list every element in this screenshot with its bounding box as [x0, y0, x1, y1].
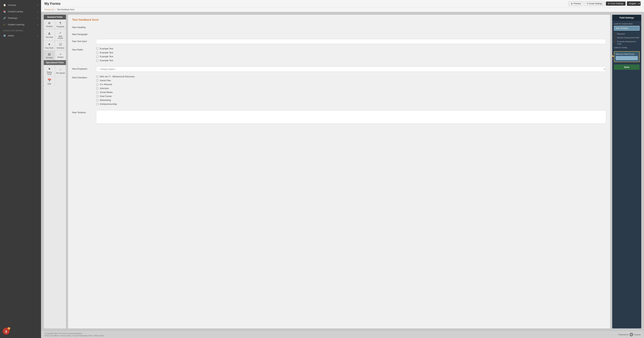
powered-by-text: Powered by: [618, 334, 628, 336]
sidebar-item-content-library[interactable]: 📚 Content Library ›: [0, 8, 41, 15]
content-library-icon: 📚: [3, 10, 6, 13]
tooltip-label: Label for Tooltip: [614, 46, 640, 48]
textarea-label: New Textarea: [72, 110, 93, 114]
field-file-upload[interactable]: ↑ File Upload: [55, 65, 66, 76]
textarea-field[interactable]: [96, 110, 606, 124]
email-settings-button[interactable]: ✉ Email Settings: [584, 1, 605, 6]
radio-option-4: Example Text: [96, 59, 606, 62]
drop-down-icon: ▼: [48, 43, 51, 46]
sidebar-item-guided-learning[interactable]: 🎓 Guided Learning ›: [0, 21, 41, 28]
field-text-input[interactable]: A Text Input: [44, 29, 55, 41]
form-title: Test feedback form: [72, 18, 606, 22]
paragraph-icon: ¶: [60, 21, 61, 25]
rating-scale-icon: ★: [48, 67, 51, 70]
admin-icon: ⚙️: [3, 34, 6, 37]
breadcrumb-current: Test feedback form: [57, 8, 74, 11]
heading-icon: H: [48, 22, 50, 25]
text-input-icon: A: [48, 32, 50, 36]
label-for-textarea: Label for textarea field: [614, 23, 640, 25]
radio-circle: [96, 56, 98, 58]
radio-circle: [96, 48, 98, 50]
censeo-icon: C: [629, 332, 634, 337]
footer-text: © Copyright 2023 The Censeo Learning Aca…: [44, 332, 104, 337]
chevron-right-icon: ›: [37, 34, 38, 37]
dropdown-content[interactable]: -- Please Select --: [96, 66, 606, 72]
preview-icon: 🖥: [571, 2, 573, 5]
checkbox-label: New Checkbox: [72, 75, 93, 79]
field-drop-down[interactable]: ▼ Drop Down: [44, 41, 55, 50]
required-row: Required: [614, 33, 640, 35]
footer: © Copyright 2023 The Censeo Learning Aca…: [41, 331, 644, 338]
checkbox-option-8: Entrepreneurship: [96, 103, 606, 105]
chevron-right-icon: ›: [37, 4, 38, 6]
sidebar-item-courses[interactable]: 📋 Courses ›: [0, 2, 41, 8]
checkbox-circle: [96, 103, 98, 105]
form-row-textarea: New Textarea: [72, 110, 606, 124]
text-input-content[interactable]: [96, 39, 606, 44]
form-settings-button[interactable]: ⚙ Form Settings: [606, 2, 626, 6]
sidebar-item-admin[interactable]: ⚙️ Admin ›: [0, 32, 41, 39]
multi-choice-icon: ✓: [59, 31, 62, 35]
text-input-label: New Text Input: [72, 39, 93, 42]
checkbox-option-2: Game Plan: [96, 79, 606, 82]
textarea-label-input[interactable]: [614, 26, 640, 30]
settings-panel: Field Settings Label for textarea field …: [612, 15, 641, 328]
radio-circle: [96, 59, 98, 62]
session-assessment-row: Session Assessment Field: [614, 36, 640, 39]
svg-text:C: C: [631, 334, 632, 336]
preview-button[interactable]: 🖥 Preview: [568, 1, 583, 6]
field-checkbox[interactable]: ☑ Checkbox: [55, 41, 66, 50]
field-paragraph[interactable]: ¶ Paragraph: [55, 20, 66, 29]
textarea-content[interactable]: [96, 110, 606, 124]
chevron-right-icon: ›: [37, 23, 38, 26]
heading-label: New Heading: [72, 25, 93, 28]
radio-content: Example Text Example Text Example Text: [96, 47, 606, 63]
form-row-paragraph: New Paragraph: [72, 32, 606, 36]
page-title: My Forms: [44, 2, 60, 6]
checkbox-circle: [96, 76, 98, 78]
checkbox-circle: [96, 87, 98, 90]
checkbox-option-5: Social Media: [96, 91, 606, 94]
max-word-count-section: Maximum Word Count: [614, 51, 640, 62]
field-heading[interactable]: H Heading: [44, 20, 55, 29]
g-logo[interactable]: g 18: [3, 328, 10, 334]
checkbox-circle: [96, 91, 98, 94]
form-row-radio: New Radio Example Text Example Text E: [72, 47, 606, 63]
presenter-assessment-label: Presenter Assessment Field: [617, 40, 640, 45]
max-word-count-input[interactable]: [616, 56, 638, 60]
presenter-assessment-checkbox[interactable]: [614, 40, 616, 43]
session-assessment-checkbox[interactable]: [614, 36, 616, 39]
number-icon: #: [60, 53, 61, 56]
standard-fields-grid: H Heading ¶ Paragraph A Text Input ✓ Mul…: [44, 20, 66, 60]
language-select[interactable]: English: [627, 1, 640, 6]
sidebar: 📋 Courses › 📚 Content Library › 🔗 Pathwa…: [0, 0, 41, 338]
checkbox-circle: [96, 99, 98, 102]
top-bar-actions: 🖥 Preview ✉ Email Settings ⚙ Form Settin…: [568, 1, 640, 6]
field-multi-choice[interactable]: ✓ Multi Choice: [55, 29, 66, 41]
checkbox-circle: [96, 95, 98, 98]
fields-panel: Standard Fields H Heading ¶ Paragraph A …: [44, 15, 66, 328]
checkbox-option-4: Interview: [96, 87, 606, 90]
dropdown-select[interactable]: -- Please Select --: [96, 66, 606, 72]
text-area-icon: ▤: [48, 52, 51, 56]
max-word-count-label: Maximum Word Count: [616, 53, 638, 55]
checkbox-circle: [96, 79, 98, 82]
footer-logo: Powered by C Censeo: [618, 332, 640, 337]
form-row-heading: New Heading: [72, 25, 606, 28]
settings-panel-title: Field Settings: [612, 15, 641, 21]
text-input-field[interactable]: [96, 39, 606, 44]
sidebar-item-pathways[interactable]: 🔗 Pathways ›: [0, 15, 41, 21]
required-checkbox[interactable]: [614, 33, 616, 35]
top-bar: My Forms 🖥 Preview ✉ Email Settings ⚙ Fo…: [41, 0, 644, 7]
field-number[interactable]: # Number: [55, 50, 66, 60]
breadcrumb-separator: /: [55, 8, 56, 11]
field-rating-scale[interactable]: ★ Rating Scale: [44, 65, 55, 76]
censeo-logo: C Censeo: [629, 332, 640, 337]
gear-icon: ⚙: [608, 2, 610, 5]
field-text-area[interactable]: ▤ Text Area: [44, 50, 55, 60]
save-button[interactable]: Save: [614, 64, 640, 70]
field-date[interactable]: 📅 Date: [44, 76, 55, 86]
breadcrumb: Forms List / Test feedback form: [41, 7, 644, 12]
form-row-dropdown: New Dropdown -- Please Select --: [72, 66, 606, 72]
breadcrumb-parent[interactable]: Forms List: [44, 8, 54, 11]
